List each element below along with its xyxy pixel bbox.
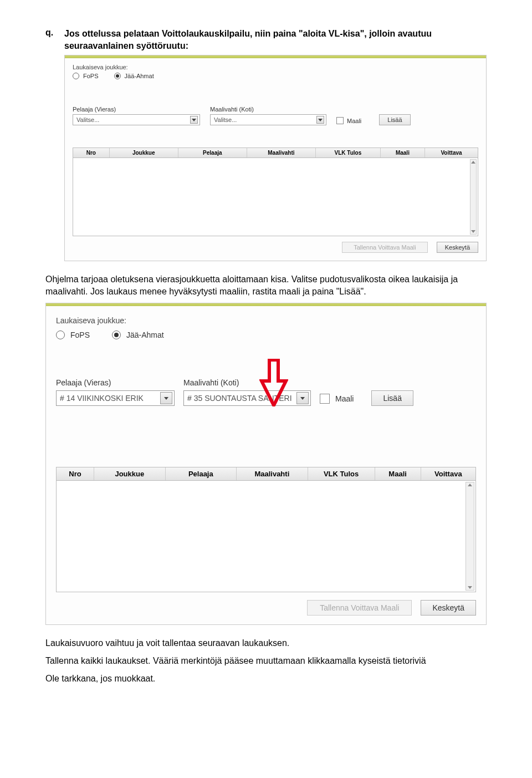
shots-table: Nro Joukkue Pelaaja Maalivahti VLK Tulos… xyxy=(56,467,476,592)
player-label: Pelaaja (Vieras) xyxy=(56,378,175,387)
goal-checkbox-label: Maali xyxy=(347,118,361,124)
chevron-down-icon[interactable] xyxy=(296,392,309,404)
col-pelaaja: Pelaaja xyxy=(166,467,237,480)
save-winning-goal-button[interactable]: Tallenna Voittava Maali xyxy=(342,242,428,253)
paragraph-after-2: Tallenna kaikki laukaukset. Vääriä merki… xyxy=(45,655,487,667)
goalie-label: Maalivahti (Koti) xyxy=(183,378,311,387)
col-maalivahti: Maalivahti xyxy=(237,467,308,480)
team-radio-jaaahmat[interactable]: Jää-Ahmat xyxy=(112,330,164,339)
shooting-team-label: Laukaiseva joukkue: xyxy=(73,64,478,70)
list-item-q: q. Jos ottelussa pelataan Voittolaukausk… xyxy=(45,28,487,52)
table-scrollbar[interactable] xyxy=(470,159,477,235)
col-voittava: Voittava xyxy=(425,148,478,157)
goal-checkbox[interactable] xyxy=(336,117,344,124)
paragraph-after-1: Laukaisuvuoro vaihtuu ja voit tallentaa … xyxy=(45,637,487,649)
col-maali: Maali xyxy=(381,148,425,157)
chevron-down-icon[interactable] xyxy=(190,116,198,124)
goalie-value: # 35 SUONTAUSTA SANTERI xyxy=(187,394,294,403)
list-text: Jos ottelussa pelataan Voittolaukauskilp… xyxy=(64,28,487,52)
shooting-team-label: Laukaiseva joukkue: xyxy=(56,316,476,325)
team1-label: FoPS xyxy=(70,330,90,339)
radio-icon xyxy=(56,330,65,339)
team-radio-fops[interactable]: FoPS xyxy=(73,73,99,79)
shots-table: Nro Joukkue Pelaaja Maalivahti VLK Tulos… xyxy=(73,148,478,236)
col-maalivahti: Maalivahti xyxy=(247,148,316,157)
chevron-down-icon[interactable] xyxy=(316,116,324,124)
goalie-select[interactable]: # 35 SUONTAUSTA SANTERI xyxy=(183,390,311,406)
col-joukkue: Joukkue xyxy=(94,467,166,480)
scroll-down-icon[interactable] xyxy=(471,230,475,233)
scroll-up-icon[interactable] xyxy=(471,161,475,164)
paragraph-after-3: Ole tarkkana, jos muokkaat. xyxy=(45,673,487,685)
col-maali: Maali xyxy=(375,467,421,480)
col-vlk-tulos: VLK Tulos xyxy=(308,467,375,480)
goalie-select[interactable]: Valitse... xyxy=(210,114,326,125)
col-joukkue: Joukkue xyxy=(110,148,178,157)
table-scrollbar[interactable] xyxy=(466,482,474,591)
team2-label: Jää-Ahmat xyxy=(126,330,164,339)
col-nro: Nro xyxy=(73,148,110,157)
panel-vl-filled: Laukaiseva joukkue: FoPS Jää-Ahmat Pelaa… xyxy=(45,303,487,625)
panel-vl-initial: Laukaiseva joukkue: FoPS Jää-Ahmat Pelaa… xyxy=(64,55,487,261)
goal-checkbox[interactable] xyxy=(320,394,330,404)
player-value: Valitse... xyxy=(76,116,188,123)
radio-icon xyxy=(73,73,79,79)
player-value: # 14 VIIKINKOSKI ERIK xyxy=(60,394,158,403)
chevron-down-icon[interactable] xyxy=(160,392,172,404)
goalie-value: Valitse... xyxy=(214,116,314,123)
team-radio-group: FoPS Jää-Ahmat xyxy=(56,330,476,339)
player-select[interactable]: # 14 VIIKINKOSKI ERIK xyxy=(56,390,175,406)
team-radio-fops[interactable]: FoPS xyxy=(56,330,90,339)
team-radio-group: FoPS Jää-Ahmat xyxy=(73,73,478,79)
player-label: Pelaaja (Vieras) xyxy=(73,106,200,113)
col-voittava: Voittava xyxy=(421,467,475,480)
save-winning-goal-button[interactable]: Tallenna Voittava Maali xyxy=(307,600,412,616)
paragraph-mid: Ohjelma tarjoaa oletuksena vierasjoukkue… xyxy=(45,273,487,297)
goalie-label: Maalivahti (Koti) xyxy=(210,106,326,113)
player-select[interactable]: Valitse... xyxy=(73,114,200,125)
team1-label: FoPS xyxy=(83,73,99,79)
list-marker: q. xyxy=(45,28,64,52)
team2-label: Jää-Ahmat xyxy=(125,73,154,79)
cancel-button[interactable]: Keskeytä xyxy=(421,600,476,616)
radio-checked-icon xyxy=(112,330,121,339)
team-radio-jaaahmat[interactable]: Jää-Ahmat xyxy=(114,73,154,79)
col-vlk-tulos: VLK Tulos xyxy=(316,148,381,157)
col-nro: Nro xyxy=(57,467,94,480)
scroll-up-icon[interactable] xyxy=(468,484,472,486)
scroll-down-icon[interactable] xyxy=(468,586,472,589)
col-pelaaja: Pelaaja xyxy=(178,148,247,157)
add-button[interactable]: Lisää xyxy=(379,114,410,125)
add-button[interactable]: Lisää xyxy=(371,390,413,406)
goal-checkbox-label: Maali xyxy=(335,394,354,403)
cancel-button[interactable]: Keskeytä xyxy=(437,242,478,253)
radio-checked-icon xyxy=(114,73,121,79)
